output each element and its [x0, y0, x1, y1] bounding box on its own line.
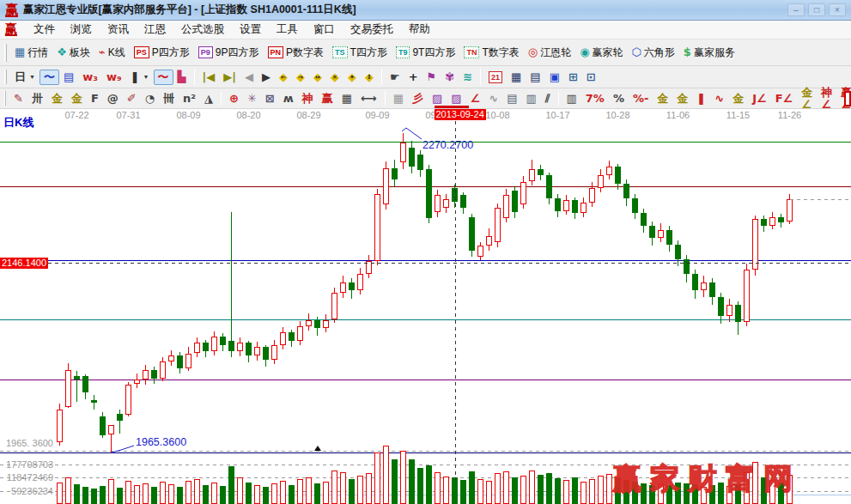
zigzag-blue-button[interactable]: 〜	[40, 70, 59, 85]
t-square-button[interactable]: TST四方形	[328, 44, 392, 62]
box-grid-button[interactable]: ⊠	[261, 91, 279, 106]
toolbar-grip[interactable]	[4, 44, 7, 62]
parallel-button[interactable]: ⫽	[541, 91, 555, 106]
scribble-teal-button[interactable]: ≋	[459, 70, 477, 85]
ray-grid-button[interactable]: ▨	[447, 91, 465, 106]
notepad-button[interactable]: ▤	[526, 70, 544, 85]
quote-button[interactable]: ▦行情	[10, 44, 52, 62]
save-button[interactable]: ▣	[545, 70, 564, 85]
wave-9-button[interactable]: w₉	[102, 70, 126, 85]
zoom-v-button[interactable]: ◆↕	[361, 70, 378, 85]
calculator-button[interactable]: ▦	[507, 70, 526, 85]
t-digit-table-button[interactable]: TNT数字表	[459, 44, 523, 62]
hexagon-button[interactable]: ⬡六角形	[627, 44, 678, 62]
gold-fence-1-button[interactable]: 金	[47, 91, 67, 106]
ruler-button[interactable]: ◮	[200, 91, 217, 106]
winner-wheel-button[interactable]: ◉赢家轮	[575, 44, 627, 62]
f-angle-button[interactable]: F∠	[771, 91, 798, 106]
zoom-all-button[interactable]: ◆✦	[343, 70, 361, 85]
zoom-left-button[interactable]: ◆←	[275, 70, 292, 85]
pen-button[interactable]: ✎	[9, 91, 27, 106]
wave-band-button[interactable]: ∿	[710, 91, 728, 106]
ying-fence-button[interactable]: 赢	[318, 91, 337, 106]
pct-button[interactable]: %	[609, 91, 629, 106]
bars-button[interactable]: ▥	[562, 91, 581, 106]
grid-b-button[interactable]: ▥	[521, 91, 540, 106]
histogram-button[interactable]: ▙	[173, 70, 191, 85]
diag-grid-button[interactable]: ▨	[428, 91, 447, 106]
star-grid-button[interactable]: ✳	[243, 91, 261, 106]
shen-fence-button[interactable]: 神	[298, 91, 318, 106]
zoom-right-button[interactable]: ◆→	[292, 70, 309, 85]
gold-lines-button[interactable]: 金	[672, 91, 692, 106]
j-angle-button[interactable]: J∠	[748, 91, 771, 106]
gold-fence-2-button[interactable]: 金	[67, 91, 87, 106]
menu-item-file[interactable]: 文件	[26, 21, 63, 39]
period-selector-button[interactable]: 日▼	[10, 70, 40, 85]
time-circle-button[interactable]: ◔	[141, 91, 159, 106]
measure-button[interactable]: ⟷	[356, 91, 381, 106]
pct-line-button[interactable]: %-	[629, 91, 653, 106]
tick-fence-button[interactable]: 卌	[159, 91, 179, 106]
angle-fan-button[interactable]: ∠	[466, 91, 485, 106]
gold-mid-button[interactable]: 金	[728, 91, 748, 106]
target-button[interactable]: ⊕	[225, 91, 243, 106]
zoom-x-button[interactable]: ◆✕	[326, 70, 343, 85]
menu-item-help[interactable]: 帮助	[401, 21, 438, 39]
remote-pc-button[interactable]: ⊡	[582, 70, 600, 85]
grid-123-button[interactable]: ▦	[337, 91, 356, 106]
9p-square-button[interactable]: P99P四方形	[194, 44, 264, 62]
menu-item-trade[interactable]: 交易委托	[343, 21, 401, 39]
p-digit-table-button[interactable]: PNP数字表	[264, 44, 329, 62]
candle-brush-button[interactable]: ❚	[692, 91, 710, 106]
clipped-tool-icon[interactable]	[844, 91, 851, 106]
menu-item-gann[interactable]: 江恩	[137, 21, 173, 39]
zoom-h-button[interactable]: ◆↔	[309, 70, 326, 85]
toolbar-grip[interactable]	[4, 91, 6, 105]
pct-7-button[interactable]: 7%	[581, 91, 609, 106]
menu-item-settings[interactable]: 设置	[232, 21, 269, 39]
gold-angle-button[interactable]: 金∠	[797, 85, 817, 112]
9t-square-button[interactable]: T99T四方形	[392, 44, 460, 62]
pattern-tool-button[interactable]: ✾	[441, 70, 459, 85]
menu-item-window[interactable]: 窗口	[306, 21, 343, 39]
maximize-button[interactable]: □	[808, 3, 825, 16]
brush-button[interactable]: ✐	[123, 91, 141, 106]
gann-fence-button[interactable]: 卅	[27, 91, 47, 106]
close-button[interactable]: ×	[829, 3, 846, 16]
sectors-button[interactable]: ❖板块	[52, 44, 94, 62]
goto-first-button[interactable]: |◀	[198, 70, 220, 85]
kline-button[interactable]: ⌁K线	[94, 44, 130, 62]
shen-angle-button[interactable]: 神∠	[817, 85, 836, 112]
menu-item-news[interactable]: 资讯	[100, 21, 137, 39]
crosshair-tool-button[interactable]: +	[404, 70, 422, 85]
page-next-button[interactable]: ▶	[258, 70, 275, 85]
menu-item-formula-stock[interactable]: 公式选股	[173, 21, 232, 39]
toolbar-grip[interactable]	[4, 70, 7, 85]
menu-item-tools[interactable]: 工具	[269, 21, 306, 39]
ray-fan-button[interactable]: 彡	[408, 91, 428, 106]
note-list-button[interactable]: ▤	[59, 70, 78, 85]
gann-wheel-button[interactable]: ◎江恩轮	[524, 44, 575, 62]
n-square-button[interactable]: n²	[179, 91, 200, 106]
v-lines-button[interactable]: ∿	[484, 91, 502, 106]
hand-tool-button[interactable]: ☛	[386, 70, 404, 85]
spiral-button[interactable]: @	[103, 91, 123, 106]
winner-service-button[interactable]: $赢家服务	[679, 44, 739, 62]
grid-a-button[interactable]: ▤	[502, 91, 521, 106]
zigzag-red-button[interactable]: 〜	[154, 70, 173, 85]
f-fence-button[interactable]: F	[87, 91, 103, 106]
minimize-button[interactable]: –	[787, 3, 805, 16]
calendar-button[interactable]: 21	[484, 70, 507, 85]
gold-circle-button[interactable]: 金	[653, 91, 672, 106]
wave-3-button[interactable]: w₃	[78, 70, 102, 85]
goto-last-button[interactable]: ▶|	[219, 70, 240, 85]
gray-grid-button[interactable]: ▦	[389, 91, 408, 106]
menu-item-browse[interactable]: 浏览	[63, 21, 100, 39]
m-lines-button[interactable]: ʍ	[279, 91, 298, 106]
page-prev-button[interactable]: ◀	[240, 70, 258, 85]
flag-tool-button[interactable]: ⚑	[422, 70, 441, 85]
kline-chart-canvas[interactable]: 日K线 赢家财富网 592362341184724691777087031965…	[0, 109, 851, 504]
p-square-button[interactable]: PSP四方形	[130, 44, 194, 62]
net-update-button[interactable]: ⊞	[564, 70, 582, 85]
